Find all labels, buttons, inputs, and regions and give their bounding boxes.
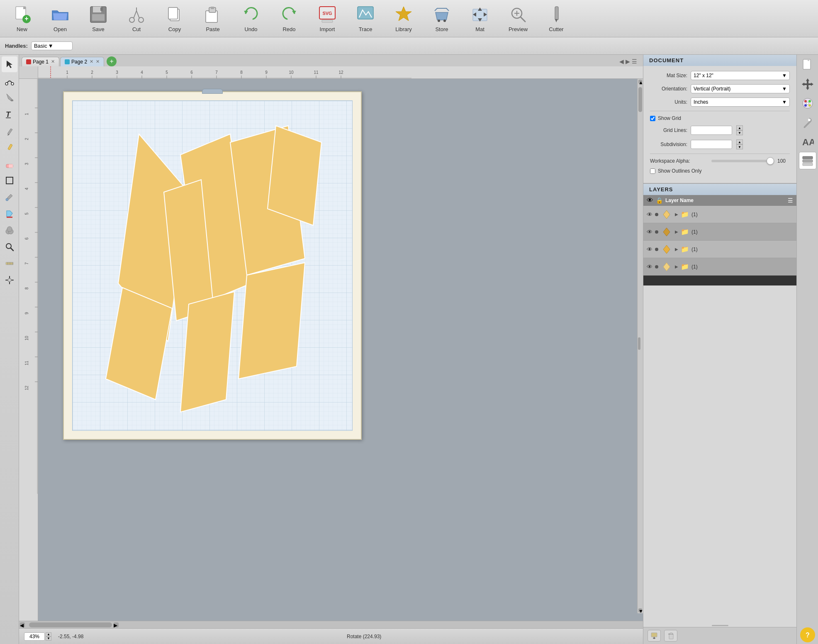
tab-page2-close[interactable]: ✕ bbox=[90, 59, 93, 64]
pencil-tool[interactable] bbox=[2, 139, 17, 155]
subdivision-input[interactable]: 6 bbox=[691, 140, 732, 149]
library-button[interactable]: Library bbox=[385, 2, 422, 35]
layer1-expand[interactable]: ▶ bbox=[675, 212, 678, 217]
new-page-icon-btn[interactable] bbox=[799, 56, 816, 74]
knife-tool[interactable] bbox=[2, 90, 17, 105]
select-tool[interactable] bbox=[2, 56, 17, 72]
tab-page2-x[interactable]: ✕ bbox=[96, 59, 100, 64]
pen-tool[interactable] bbox=[2, 123, 17, 139]
orientation-arrow: ▼ bbox=[782, 86, 787, 92]
svg-marker-123 bbox=[180, 292, 234, 412]
layer4-eye[interactable]: 👁 bbox=[647, 263, 652, 270]
scroll-left-btn[interactable]: ◀ bbox=[20, 622, 25, 627]
subdivision-up[interactable]: ▲ bbox=[736, 139, 743, 144]
handles-select[interactable]: Basic ▼ bbox=[31, 41, 73, 50]
paste-button[interactable]: Paste bbox=[194, 2, 231, 35]
cut-button[interactable]: Cut bbox=[118, 2, 155, 35]
units-select[interactable]: Inches ▼ bbox=[691, 98, 790, 107]
tab-scroll-right[interactable]: ▶ bbox=[626, 58, 630, 65]
layer3-eye[interactable]: 👁 bbox=[647, 246, 652, 253]
mat-button[interactable]: Mat bbox=[461, 2, 499, 35]
scroll-thumb-v[interactable] bbox=[638, 87, 642, 112]
mat-size-select[interactable]: 12" x 12" ▼ bbox=[691, 71, 790, 80]
show-grid-label: Show Grid bbox=[658, 115, 681, 121]
layer-lock-header[interactable]: 🔒 bbox=[656, 197, 663, 204]
zoom-input[interactable]: 43% bbox=[24, 632, 45, 641]
help-icon-btn[interactable]: ? bbox=[800, 627, 815, 642]
store-button[interactable]: Store bbox=[423, 2, 460, 35]
rectangle-tool[interactable] bbox=[2, 173, 17, 188]
layer3-expand[interactable]: ▶ bbox=[675, 247, 678, 251]
preview-button[interactable]: Preview bbox=[499, 2, 537, 35]
layer3-thumb bbox=[661, 244, 672, 255]
scroll-right-btn[interactable]: ▶ bbox=[114, 622, 119, 627]
open-label: Open bbox=[54, 26, 67, 32]
wrench-icon-btn[interactable] bbox=[799, 114, 816, 131]
h-scrollbar[interactable]: ◀ ▶ bbox=[19, 621, 643, 628]
scroll-down-btn[interactable]: ▼ bbox=[638, 608, 642, 612]
svg-rect-130 bbox=[651, 633, 657, 637]
orientation-select[interactable]: Vertical (Portrait) ▼ bbox=[691, 84, 790, 93]
import-button[interactable]: SVG Import bbox=[309, 2, 346, 35]
scroll-divider bbox=[638, 337, 640, 350]
save-button[interactable]: Save bbox=[80, 2, 117, 35]
subdivision-down[interactable]: ▼ bbox=[736, 144, 743, 149]
tab-page1[interactable]: Page 1 ✕ bbox=[22, 57, 59, 66]
grid-lines-down[interactable]: ▼ bbox=[736, 130, 743, 135]
pan-tool[interactable] bbox=[2, 272, 17, 288]
copy-button[interactable]: Copy bbox=[156, 2, 193, 35]
new-button[interactable]: + New bbox=[3, 2, 41, 35]
palette-icon-btn[interactable] bbox=[799, 95, 816, 112]
ruler-tool[interactable] bbox=[2, 256, 17, 271]
layer2-expand[interactable]: ▶ bbox=[675, 229, 678, 234]
undo-button[interactable]: Undo bbox=[232, 2, 270, 35]
show-grid-checkbox[interactable] bbox=[650, 116, 655, 121]
tab-scroll-left[interactable]: ◀ bbox=[619, 58, 624, 65]
node-tool[interactable] bbox=[2, 73, 17, 89]
zoom-down[interactable]: ▼ bbox=[46, 637, 51, 641]
weld-tool[interactable] bbox=[2, 222, 17, 238]
zoom-up[interactable]: ▲ bbox=[46, 632, 51, 637]
svg-point-140 bbox=[804, 100, 807, 102]
layer-eye-header[interactable]: 👁 bbox=[647, 197, 653, 204]
delete-layer-button[interactable] bbox=[664, 630, 677, 642]
layer2-folder[interactable]: 📁 bbox=[681, 228, 689, 236]
add-tab-button[interactable]: + bbox=[107, 56, 117, 66]
tab-menu[interactable]: ☰ bbox=[632, 58, 637, 65]
tab-page1-close[interactable]: ✕ bbox=[51, 59, 55, 64]
layer-menu-icon[interactable]: ☰ bbox=[788, 197, 793, 204]
grid-lines-up[interactable]: ▲ bbox=[736, 125, 743, 130]
scroll-up-btn[interactable]: ▲ bbox=[638, 80, 642, 84]
canvas-scroll[interactable] bbox=[38, 79, 643, 621]
layers-icon-btn[interactable] bbox=[799, 152, 816, 169]
redo-button[interactable]: Redo bbox=[270, 2, 308, 35]
grid-lines-input[interactable]: 6.00 in bbox=[691, 126, 732, 135]
eyedropper-tool[interactable] bbox=[2, 189, 17, 205]
svg-line-45 bbox=[7, 134, 9, 135]
layer3-folder[interactable]: 📁 bbox=[681, 245, 689, 253]
svg-text:SVG: SVG bbox=[322, 11, 332, 16]
add-layer-button[interactable] bbox=[648, 630, 661, 642]
layer2-eye[interactable]: 👁 bbox=[647, 229, 652, 235]
fill-tool[interactable] bbox=[2, 206, 17, 222]
svg-text:AA: AA bbox=[802, 137, 814, 147]
workspace[interactable]: 1 2 3 4 5 6 7 8 9 bbox=[19, 66, 643, 621]
zoom-tool[interactable] bbox=[2, 239, 17, 255]
grid-lines-row: Grid Lines: 6.00 in ▲ ▼ bbox=[650, 125, 790, 135]
show-outlines-checkbox[interactable] bbox=[650, 168, 655, 174]
layer1-folder[interactable]: 📁 bbox=[681, 210, 689, 218]
trace-button[interactable]: Trace bbox=[347, 2, 384, 35]
layer4-folder[interactable]: 📁 bbox=[681, 263, 689, 271]
text-tool[interactable]: T bbox=[2, 106, 17, 122]
font-icon-btn[interactable]: AA bbox=[799, 133, 816, 150]
svg-marker-38 bbox=[7, 61, 12, 68]
cutter-button[interactable]: Cutter bbox=[538, 2, 575, 35]
move-icon-btn[interactable] bbox=[799, 76, 816, 93]
workspace-alpha-thumb[interactable] bbox=[767, 157, 774, 165]
tab-page2[interactable]: Page 2 ✕ ✕ bbox=[60, 57, 104, 66]
eraser-tool[interactable] bbox=[2, 156, 17, 172]
open-button[interactable]: Open bbox=[41, 2, 79, 35]
h-scroll-thumb[interactable] bbox=[29, 622, 112, 627]
layer4-expand[interactable]: ▶ bbox=[675, 264, 678, 269]
layer1-eye[interactable]: 👁 bbox=[647, 211, 652, 218]
